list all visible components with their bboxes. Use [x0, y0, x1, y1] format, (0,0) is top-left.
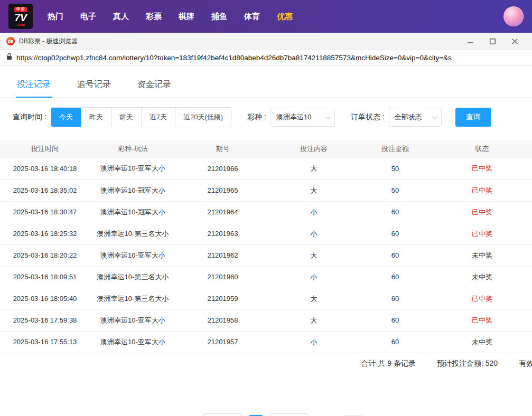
tab-bet-records[interactable]: 投注记录	[16, 73, 52, 97]
logo-main: 7V	[14, 13, 26, 23]
nav-item-hot[interactable]: 热门	[48, 12, 63, 22]
summary-total: 合计 共 9 条记录	[361, 359, 416, 368]
cell-issue: 21201966	[176, 158, 269, 179]
cell-status: 未中奖	[432, 244, 532, 266]
time-option-today[interactable]: 今天	[51, 108, 81, 127]
table-row: 2025-03-16 17:55:13 澳洲幸运10-亚军大小 21201957…	[0, 331, 532, 353]
cell-status: 未中奖	[432, 266, 532, 288]
cell-issue: 21201964	[176, 201, 269, 223]
cell-game: 澳洲幸运10-冠军大小	[90, 201, 176, 223]
cell-time: 2025-03-16 18:40:18	[0, 158, 90, 179]
summary-expected: 预计投注金额: 520	[437, 359, 498, 368]
bet-records-table: 投注时间 彩种-玩法 期号 投注内容 投注金额 状态 2025-03-16 18…	[0, 140, 532, 353]
close-icon[interactable]	[503, 33, 526, 50]
summary-row: 合计 共 9 条记录 预计投注金额: 520 有效投注金额:	[0, 353, 532, 375]
cell-time: 2025-03-16 18:20:22	[0, 244, 90, 266]
nav-item-cards[interactable]: 棋牌	[179, 12, 194, 22]
lottery-select[interactable]: 澳洲幸运10	[270, 108, 335, 127]
time-option-yesterday[interactable]: 昨天	[81, 108, 111, 127]
time-option-daybefore[interactable]: 前天	[111, 108, 141, 127]
bet-table-body: 2025-03-16 18:40:18 澳洲幸运10-亚军大小 21201966…	[0, 158, 532, 353]
prev-page-button[interactable]: 上一页	[203, 413, 242, 416]
cell-time: 2025-03-16 18:35:02	[0, 179, 90, 201]
maximize-icon[interactable]	[481, 33, 503, 50]
table-row: 2025-03-16 18:05:40 澳洲幸运10-第三名大小 2120195…	[0, 288, 532, 309]
cell-game: 澳洲幸运10-冠军大小	[90, 179, 176, 201]
window-title: DB彩票 - 极速浏览器	[19, 37, 78, 46]
chevron-down-icon	[325, 114, 331, 119]
cell-game: 澳洲幸运10-亚军大小	[90, 331, 176, 353]
tab-chase-records[interactable]: 追号记录	[76, 73, 112, 97]
cell-content: 大	[269, 244, 358, 266]
status-select[interactable]: 全部状态	[389, 108, 442, 127]
cell-status: 已中奖	[432, 223, 532, 244]
cell-content: 大	[269, 309, 358, 331]
lottery-filter-label: 彩种 :	[247, 112, 266, 122]
summary-valid: 有效投注金额:	[519, 359, 532, 368]
cell-issue: 21201965	[176, 179, 269, 201]
nav-item-promo[interactable]: 优惠	[277, 12, 293, 22]
table-row: 2025-03-16 18:25:32 澳洲幸运10-第三名大小 2120196…	[0, 223, 532, 244]
cell-status: 未中奖	[432, 331, 532, 353]
cell-game: 澳洲幸运10-亚军大小	[90, 244, 176, 266]
cell-amount: 60	[358, 223, 432, 244]
header-issue: 期号	[176, 140, 269, 158]
cell-content: 小	[269, 201, 358, 223]
cell-status: 已中奖	[432, 288, 532, 309]
table-row: 2025-03-16 18:20:22 澳洲幸运10-亚军大小 21201962…	[0, 244, 532, 266]
user-avatar[interactable]	[503, 6, 524, 26]
cell-amount: 60	[358, 266, 432, 288]
nav-item-lottery[interactable]: 彩票	[146, 12, 162, 22]
cell-content: 大	[269, 288, 358, 309]
table-row: 2025-03-16 18:09:51 澳洲幸运10-第三名大小 2120196…	[0, 266, 532, 288]
cell-issue: 21201957	[176, 331, 269, 353]
filter-bar: 查询时间 : 今天 昨天 前天 近7天 近20天(低频) 彩种 : 澳洲幸运10…	[0, 98, 532, 136]
summary-row-wrap: 合计 共 9 条记录 预计投注金额: 520 有效投注金额:	[0, 353, 532, 375]
table-header-row: 投注时间 彩种-玩法 期号 投注内容 投注金额 状态	[0, 140, 532, 158]
url-text[interactable]: https://ctop02pchwp1.zfnc84.com/lottery/…	[16, 54, 452, 62]
logo-badge: 申博	[14, 7, 27, 12]
lottery-select-value: 澳洲幸运10	[276, 112, 311, 122]
next-page-button[interactable]: 下一页	[269, 413, 308, 416]
favicon-icon: DB	[6, 37, 15, 45]
cell-time: 2025-03-16 18:05:40	[0, 288, 90, 309]
nav-item-slots[interactable]: 电子	[80, 12, 96, 22]
logo-suffix: .com	[16, 23, 25, 26]
cell-amount: 60	[358, 309, 432, 331]
cell-amount: 50	[358, 179, 432, 201]
search-button[interactable]: 查询	[455, 108, 491, 127]
nav-item-live[interactable]: 真人	[113, 12, 129, 22]
minimize-icon[interactable]	[459, 33, 481, 50]
tab-fund-records[interactable]: 资金记录	[136, 73, 172, 97]
chevron-down-icon	[432, 114, 437, 119]
window-controls	[459, 33, 526, 50]
cell-status: 已中奖	[432, 158, 532, 179]
cell-issue: 21201962	[176, 244, 269, 266]
cell-status: 已中奖	[432, 201, 532, 223]
site-navbar: 申博 7V .com 热门 电子 真人 彩票 棋牌 捕鱼 体育 优惠	[0, 0, 532, 33]
cell-content: 小	[269, 223, 358, 244]
cell-status: 已中奖	[432, 309, 532, 331]
cell-amount: 60	[358, 331, 432, 353]
nav-item-sports[interactable]: 体育	[244, 12, 260, 22]
cell-time: 2025-03-16 18:30:47	[0, 201, 90, 223]
cell-amount: 60	[358, 288, 432, 309]
cell-issue: 21201958	[176, 309, 269, 331]
table-row: 2025-03-16 17:59:38 澳洲幸运10-亚军大小 21201958…	[0, 309, 532, 331]
cell-time: 2025-03-16 17:55:13	[0, 331, 90, 353]
cell-time: 2025-03-16 17:59:38	[0, 309, 90, 331]
time-option-7days[interactable]: 近7天	[141, 108, 175, 127]
cell-issue: 21201959	[176, 288, 269, 309]
cell-game: 澳洲幸运10-第三名大小	[90, 266, 176, 288]
time-option-20days[interactable]: 近20天(低频)	[175, 108, 231, 127]
lock-icon	[6, 53, 12, 62]
cell-issue: 21201960	[176, 266, 269, 288]
address-bar[interactable]: https://ctop02pchwp1.zfnc84.com/lottery/…	[0, 50, 532, 65]
cell-game: 澳洲幸运10-第三名大小	[90, 223, 176, 244]
cell-time: 2025-03-16 18:09:51	[0, 266, 90, 288]
table-row: 2025-03-16 18:40:18 澳洲幸运10-亚军大小 21201966…	[0, 158, 532, 179]
pagination: 上一页 1 下一页 前往 页	[0, 413, 532, 416]
site-logo[interactable]: 申博 7V .com	[8, 4, 33, 29]
nav-item-fishing[interactable]: 捕鱼	[211, 12, 227, 22]
cell-content: 大	[269, 179, 358, 201]
